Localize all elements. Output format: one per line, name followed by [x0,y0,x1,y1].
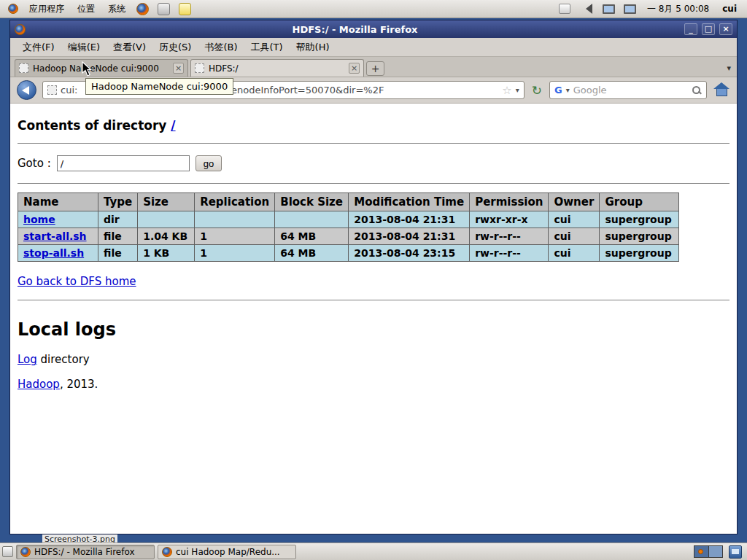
close-button[interactable]: × [719,23,732,35]
col-size: Size [138,193,195,211]
dfs-home-link[interactable]: Go back to DFS home [18,275,136,288]
search-icon[interactable] [692,85,702,96]
applications-menu[interactable]: 应用程序 [23,1,70,18]
col-group: Group [600,193,679,211]
firefox-launcher-icon[interactable] [136,3,149,15]
local-logs-heading: Local logs [18,319,729,340]
log-directory-text: directory [37,353,90,366]
browser-menubar: 文件(F) 编辑(E) 查看(V) 历史(S) 书签(B) 工具(T) 帮助(H… [10,38,737,57]
table-row: stop-all.sh file 1 KB 1 64 MB 2013-08-04… [18,245,679,262]
url-text-suffix: menodeInfoPort=50070&dir=%2F [222,85,384,96]
network-icon[interactable] [624,4,636,14]
footer-text: , 2013. [60,378,98,391]
firefox-window-icon [15,24,26,35]
hadoop-link[interactable]: Hadoop [18,378,60,391]
table-row: home dir 2013-08-04 21:31 rwxr-xr-x cui … [18,211,679,228]
tab-favicon [195,63,204,73]
col-replication: Replication [195,193,275,211]
col-permission: Permission [470,193,549,211]
home-button[interactable] [713,82,730,98]
search-input[interactable] [573,85,688,96]
col-name: Name [18,193,98,211]
tab-list-dropdown-icon[interactable]: ▾ [727,63,731,73]
tab-tooltip: Hadoop NameNode cui:9000 [85,78,233,95]
taskbar-window-hadoop-map[interactable]: cui Hadoop Map/Redu... [158,545,296,559]
go-button[interactable]: go [196,155,222,171]
taskbar-window-firefox[interactable]: HDFS:/ - Mozilla Firefox [16,545,155,559]
panel-applet-icon[interactable] [729,545,742,559]
tab-label: HDFS:/ [209,63,344,74]
col-type: Type [98,193,138,211]
url-dropdown-icon[interactable]: ▾ [516,86,519,94]
workspace-1[interactable] [694,546,708,557]
tab-hadoop-namenode[interactable]: Hadoop NameNode cui:9000 × [15,59,188,77]
places-menu[interactable]: 位置 [71,1,101,18]
divider [18,143,729,144]
firefox-window: HDFS:/ - Mozilla Firefox _ □ × 文件(F) 编辑(… [9,20,738,534]
page-title: Contents of directory / [18,118,729,133]
workspace-window-dot [698,549,703,554]
workspace-switcher[interactable] [694,545,723,558]
menu-file[interactable]: 文件(F) [16,38,61,57]
back-arrow-icon [22,86,29,95]
page-favicon [47,85,57,95]
menu-tools[interactable]: 工具(T) [244,38,290,57]
tab-close-icon[interactable]: × [173,63,184,74]
screenshot-launcher-icon[interactable] [158,3,170,15]
reload-icon[interactable]: ↻ [530,83,543,98]
search-box[interactable]: G ▾ [549,81,707,99]
tab-label: Hadoop NameNode cui:9000 [33,63,169,74]
text-editor-launcher-icon[interactable] [179,3,191,15]
menu-view[interactable]: 查看(V) [107,38,152,57]
tab-bar: Hadoop NameNode cui:9000 × HDFS:/ × + ▾ [10,57,737,77]
mouse-cursor [82,61,93,77]
google-engine-icon[interactable]: G [554,85,562,96]
window-titlebar[interactable]: HDFS:/ - Mozilla Firefox _ □ × [10,20,737,38]
back-button[interactable] [17,80,36,100]
new-tab-button[interactable]: + [366,61,384,76]
file-link-home[interactable]: home [23,214,55,225]
file-link-start-all[interactable]: start-all.sh [23,230,87,242]
display-icon[interactable] [603,4,615,14]
system-menu[interactable]: 系统 [102,1,131,18]
goto-label: Goto : [18,157,51,170]
menu-history[interactable]: 历史(S) [152,38,198,57]
firefox-task-icon [162,547,172,557]
directory-listing-table: Name Type Size Replication Block Size Mo… [18,192,679,262]
clock[interactable]: 一 8月 5 00:08 [647,3,709,15]
user-switcher[interactable]: cui [722,4,737,14]
menu-help[interactable]: 帮助(H) [290,38,336,57]
log-directory-link[interactable]: Log [18,353,37,366]
maximize-button[interactable]: □ [702,23,715,35]
bookmark-star-icon[interactable]: ☆ [502,84,511,97]
table-header-row: Name Type Size Replication Block Size Mo… [18,193,679,211]
table-row: start-all.sh file 1.04 KB 1 64 MB 2013-0… [18,228,679,245]
search-engine-dropdown-icon[interactable]: ▾ [566,86,570,94]
home-icon [713,82,729,89]
col-owner: Owner [549,193,600,211]
page-content: Contents of directory / Goto : go Name T… [10,104,737,534]
volume-icon[interactable] [581,4,592,14]
goto-row: Goto : go [18,155,729,171]
tab-hdfs-root[interactable]: HDFS:/ × [190,59,364,77]
top-panel: 应用程序 位置 系统 一 8月 5 00:08 cui [0,0,747,18]
col-block-size: Block Size [275,193,349,211]
url-text-prefix: cui: [61,85,77,96]
removable-media-icon[interactable] [559,4,570,14]
file-link-stop-all[interactable]: stop-all.sh [23,247,84,259]
col-modification-time: Modification Time [349,193,470,211]
firefox-task-icon [20,547,31,557]
root-directory-link[interactable]: / [171,118,175,133]
minimize-button[interactable]: _ [684,23,697,35]
window-title: HDFS:/ - Mozilla Firefox [30,24,680,35]
divider [18,183,729,184]
show-desktop-icon[interactable] [2,546,13,557]
bottom-taskbar: HDFS:/ - Mozilla Firefox cui Hadoop Map/… [0,542,747,560]
menu-bookmarks[interactable]: 书签(B) [198,38,244,57]
tab-close-icon[interactable]: × [349,63,360,74]
menu-edit[interactable]: 编辑(E) [61,38,107,57]
divider [18,300,729,300]
tab-favicon [19,63,28,73]
goto-input[interactable] [57,155,190,171]
workspace-2[interactable] [708,546,722,557]
